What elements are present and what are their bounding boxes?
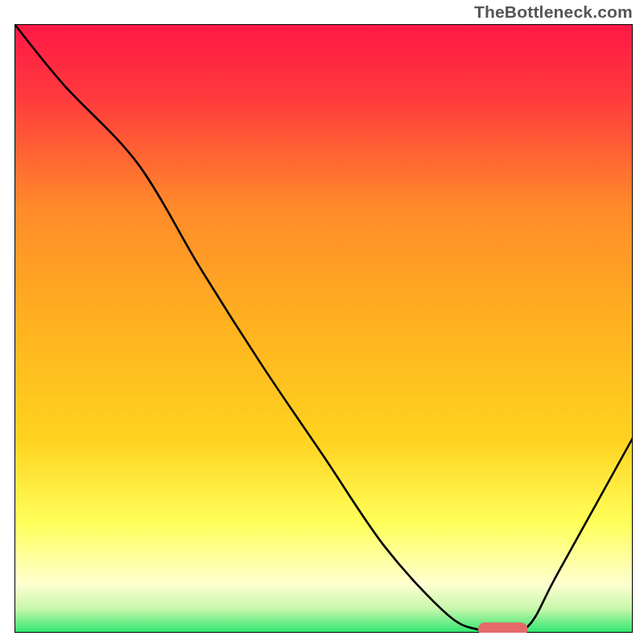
plot-frame	[15, 25, 633, 633]
highlight-marker	[478, 622, 527, 633]
watermark-text: TheBottleneck.com	[474, 2, 633, 22]
chart-container: TheBottleneck.com	[0, 0, 644, 644]
chart-overlay	[14, 24, 633, 633]
bottleneck-curve	[14, 24, 633, 632]
plot-area	[14, 24, 633, 633]
